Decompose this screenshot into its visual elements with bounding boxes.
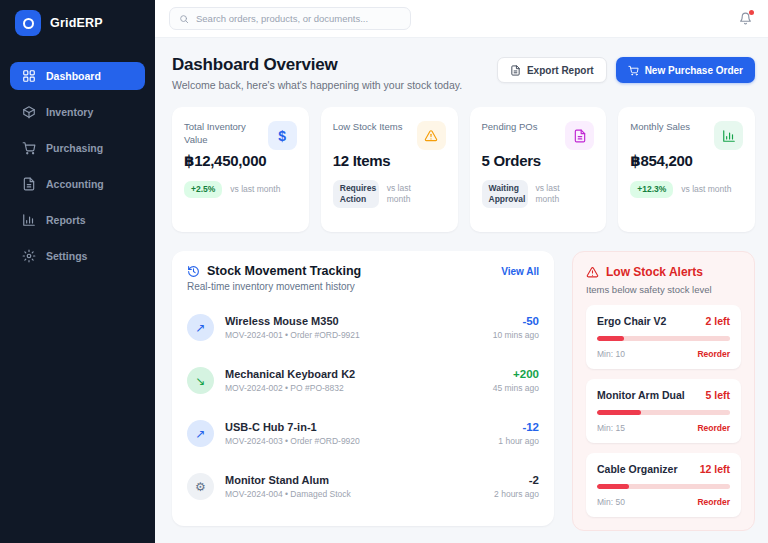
movement-meta: MOV-2024-001 • Order #ORD-9921 [225, 330, 482, 340]
movement-row[interactable]: ↗ USB-C Hub 7-in-1 MOV-2024-003 • Order … [187, 407, 539, 460]
reorder-link[interactable]: Reorder [697, 497, 730, 507]
movement-product-name: Monitor Stand Alum [225, 474, 483, 486]
gear-icon [22, 249, 36, 263]
brand-logo: GridERP [0, 0, 155, 44]
brand-logo-icon [15, 10, 41, 36]
sidebar-item-accounting[interactable]: Accounting [10, 170, 145, 198]
sidebar-item-label: Inventory [46, 106, 93, 118]
kpi-note: vs last month [387, 183, 431, 206]
movement-product-name: USB-C Hub 7-in-1 [225, 421, 487, 433]
stock-progress-track [597, 410, 730, 415]
alert-stock-left: 2 left [705, 315, 730, 327]
outbound-arrow-icon: ↗ [187, 420, 214, 447]
bottom-section: Stock Movement Tracking View All Real-ti… [172, 251, 755, 531]
kpi-note: vs last month [536, 183, 580, 206]
kpi-cards: Total Inventory Value $ ฿12,450,000 +2.5… [172, 107, 755, 232]
sidebar: GridERP Dashboard Inventory Purchasing A… [0, 0, 155, 543]
movement-row[interactable]: ↗ Wireless Mouse M350 MOV-2024-001 • Ord… [187, 301, 539, 354]
movement-meta: MOV-2024-003 • Order #ORD-9920 [225, 436, 487, 446]
sidebar-item-label: Settings [46, 250, 87, 262]
search-icon [179, 14, 189, 24]
sidebar-item-label: Dashboard [46, 70, 101, 82]
movement-quantity: -12 [498, 421, 539, 433]
low-stock-alerts-panel: Low Stock Alerts Items below safety stoc… [572, 251, 755, 531]
cart-icon [628, 65, 639, 76]
new-purchase-order-label: New Purchase Order [645, 65, 743, 76]
cart-icon [22, 141, 36, 155]
adjustment-gear-icon: ⚙ [187, 473, 214, 500]
page-content: Dashboard Overview Welcome back, here's … [155, 38, 768, 543]
kpi-note: vs last month [681, 184, 731, 195]
kpi-label: Total Inventory Value [184, 121, 258, 147]
notifications-button[interactable] [739, 12, 752, 25]
app-window: GridERP Dashboard Inventory Purchasing A… [0, 0, 768, 543]
alert-product-name: Monitor Arm Dual [597, 389, 685, 401]
kpi-badge: +12.3% [630, 181, 673, 198]
movement-quantity: +200 [493, 368, 539, 380]
kpi-value: ฿854,200 [630, 152, 743, 170]
movement-meta: MOV-2024-002 • PO #PO-8832 [225, 383, 482, 393]
alert-stock-left: 5 left [705, 389, 730, 401]
box-icon [22, 105, 36, 119]
export-report-button[interactable]: Export Report [497, 57, 607, 83]
kpi-value: ฿12,450,000 [184, 152, 297, 170]
alert-product-name: Cable Organizer [597, 463, 678, 475]
movement-quantity: -50 [493, 315, 539, 327]
sales-chart-icon [714, 121, 743, 150]
notification-dot [749, 10, 754, 15]
stock-progress-fill [597, 484, 629, 489]
movement-quantity: -2 [494, 474, 539, 486]
alert-triangle-icon [586, 266, 599, 279]
search-box[interactable] [169, 7, 411, 30]
stock-movement-subtitle: Real-time inventory movement history [187, 281, 539, 292]
kpi-badge: Waiting Approval [482, 180, 528, 208]
new-purchase-order-button[interactable]: New Purchase Order [616, 57, 755, 83]
movement-row[interactable]: ⚙ Monitor Stand Alum MOV-2024-004 • Dama… [187, 460, 539, 513]
kpi-note: vs last month [230, 184, 280, 195]
sidebar-item-reports[interactable]: Reports [10, 206, 145, 234]
movement-time: 1 hour ago [498, 436, 539, 446]
alert-product-name: Ergo Chair V2 [597, 315, 666, 327]
alert-min-level: Min: 15 [597, 423, 625, 433]
movement-product-name: Mechanical Keyboard K2 [225, 368, 482, 380]
alert-item: Cable Organizer 12 left Min: 50 Reorder [586, 453, 741, 517]
movement-time: 45 mins ago [493, 383, 539, 393]
sidebar-item-label: Accounting [46, 178, 104, 190]
kpi-label: Pending POs [482, 121, 538, 134]
reorder-link[interactable]: Reorder [697, 349, 730, 359]
reorder-link[interactable]: Reorder [697, 423, 730, 433]
history-clock-icon [187, 265, 200, 278]
alert-stock-left: 12 left [700, 463, 730, 475]
inbound-arrow-icon: ↘ [187, 367, 214, 394]
movement-time: 2 hours ago [494, 489, 539, 499]
dollar-icon: $ [268, 121, 297, 150]
movement-meta: MOV-2024-004 • Damaged Stock [225, 489, 483, 499]
topbar [155, 0, 768, 38]
movement-product-name: Wireless Mouse M350 [225, 315, 482, 327]
sidebar-item-dashboard[interactable]: Dashboard [10, 62, 145, 90]
kpi-card-monthly-sales: Monthly Sales ฿854,200 +12.3% vs last mo… [618, 107, 755, 232]
sidebar-item-inventory[interactable]: Inventory [10, 98, 145, 126]
search-input[interactable] [196, 13, 401, 24]
alert-item: Monitor Arm Dual 5 left Min: 15 Reorder [586, 379, 741, 443]
outbound-arrow-icon: ↗ [187, 314, 214, 341]
warning-triangle-icon [417, 121, 446, 150]
purchase-doc-icon [565, 121, 594, 150]
bar-chart-icon [22, 213, 36, 227]
kpi-badge: Requires Action [333, 180, 379, 208]
stock-progress-track [597, 484, 730, 489]
page-subtitle: Welcome back, here's what's happening wi… [172, 79, 462, 91]
brand-name: GridERP [50, 16, 103, 30]
view-all-link[interactable]: View All [501, 266, 539, 277]
alerts-title: Low Stock Alerts [606, 265, 703, 279]
movement-row[interactable]: ↘ Mechanical Keyboard K2 MOV-2024-002 • … [187, 354, 539, 407]
sidebar-nav: Dashboard Inventory Purchasing Accountin… [0, 62, 155, 278]
sidebar-item-label: Reports [46, 214, 86, 226]
sidebar-item-settings[interactable]: Settings [10, 242, 145, 270]
header-actions: Export Report New Purchase Order [497, 57, 755, 83]
stock-progress-fill [597, 410, 641, 415]
kpi-card-total-inventory: Total Inventory Value $ ฿12,450,000 +2.5… [172, 107, 309, 232]
alert-min-level: Min: 50 [597, 497, 625, 507]
alerts-subtitle: Items below safety stock level [586, 284, 741, 295]
sidebar-item-purchasing[interactable]: Purchasing [10, 134, 145, 162]
